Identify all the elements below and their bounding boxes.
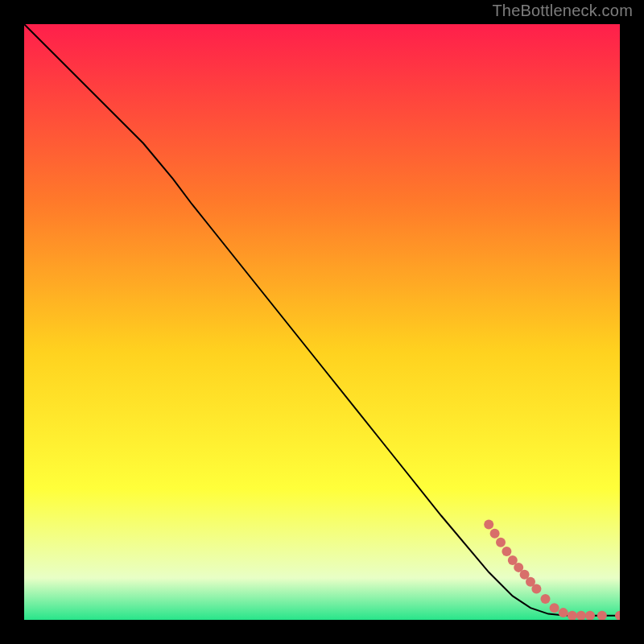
highlight-marker [541,594,551,604]
highlight-marker [550,603,559,613]
chart-svg [24,24,620,620]
chart-stage: TheBottleneck.com [0,0,644,644]
highlight-marker [502,547,511,556]
highlight-marker [490,529,500,539]
highlight-marker [559,608,568,617]
plot-area [24,24,620,620]
highlight-marker [496,538,506,547]
highlight-marker [531,584,541,594]
highlight-marker [484,520,493,530]
attribution-text: TheBottleneck.com [492,2,633,20]
